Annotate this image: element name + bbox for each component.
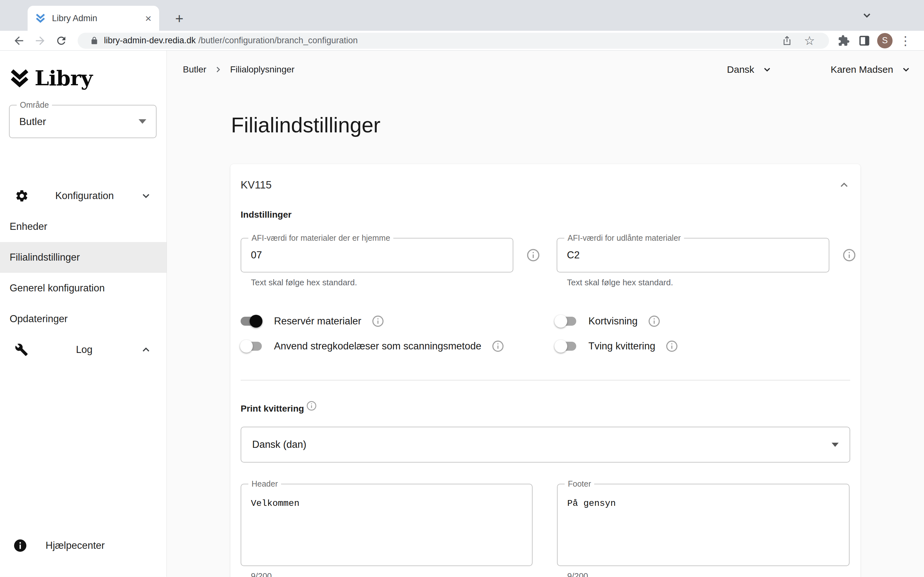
chevron-down-icon [762,64,772,75]
sidebar-item-generel-konfiguration[interactable]: Generel konfiguration [0,273,166,303]
receipt-header-textarea[interactable]: Header Velkommen [241,484,533,566]
browser-toolbar: libry-admin-dev.redia.dk /butler/configu… [0,31,924,51]
libry-favicon-icon [35,13,45,23]
tab-title: Libry Admin [52,13,139,23]
forward-button[interactable] [29,32,51,49]
toggle-label: Kortvisning [588,316,638,327]
page-title: Filialindstillinger [231,113,924,137]
browser-menu-icon[interactable]: ⋮ [895,32,916,49]
toggles-grid: Reservér materialer Kortvisning [241,309,850,359]
afi-home-label: AFI-værdi for materialer der er hjemme [248,234,393,243]
sidebar-nav: Konfiguration Enheder Filialindstillinge… [0,181,166,365]
help-center-label: Hjælpecenter [45,540,105,551]
sidebar: Libry Område Butler Konfiguration [0,51,167,577]
toggle-label: Reservér materialer [274,316,361,327]
afi-home-helper: Text skal følge hex standard. [251,277,557,287]
browser-chrome: Libry Admin × + [0,0,924,51]
help-center-link[interactable]: Hjælpecenter [0,530,166,561]
lock-icon [87,36,102,45]
browser-tab[interactable]: Libry Admin × [27,6,159,31]
share-icon[interactable] [777,35,797,47]
afi-loaned-value: C2 [567,250,580,261]
section-divider [241,380,850,380]
tab-strip: Libry Admin × + [0,0,924,31]
bookmark-star-icon[interactable]: ☆ [800,35,819,47]
new-tab-button[interactable]: + [175,11,184,26]
sidebar-item-opdateringer[interactable]: Opdateringer [0,303,166,334]
toggle-reserver-materialer[interactable] [241,317,262,326]
area-select-label: Område [17,100,52,110]
url-bar[interactable]: libry-admin-dev.redia.dk /butler/configu… [78,33,829,49]
libry-logo-mark-icon [10,67,29,89]
libry-logo-text: Libry [35,66,92,90]
profile-avatar[interactable]: S [875,32,895,49]
sidebar-item-filialindstillinger[interactable]: Filialindstillinger [0,242,166,273]
afi-home-value: 07 [251,250,262,261]
receipt-footer-label: Footer [565,479,594,488]
collapse-chevron-up-icon[interactable] [838,179,850,191]
sidebar-section-konfiguration[interactable]: Konfiguration [0,181,166,211]
toggle-label: Anvend stregkodelæser som scanningsmetod… [274,340,481,352]
receipt-footer-value: På gensyn [567,498,615,508]
receipt-language-select[interactable]: Dansk (dan) [241,427,850,463]
char-counter: 9/200 [567,571,850,577]
toggle-label: Tving kvittering [588,340,655,352]
main-content: Butler Filialoplysninger Dansk [167,51,924,577]
language-label: Dansk [727,64,754,75]
url-path: /butler/configuration/branch_configurati… [198,35,358,45]
print-heading: Print kvittering [241,404,304,414]
info-filled-icon [13,538,27,553]
receipt-footer-textarea[interactable]: Footer På gensyn [557,484,850,566]
breadcrumb-current: Filialoplysninger [230,64,294,75]
breadcrumb-parent[interactable]: Butler [183,64,206,75]
sidebar-section-log[interactable]: Log [0,334,166,365]
info-icon[interactable] [648,315,661,327]
tab-close-icon[interactable]: × [145,13,152,24]
afi-home-input[interactable]: AFI-værdi for materialer der er hjemme 0… [241,238,513,272]
back-button[interactable] [8,32,29,49]
side-panel-icon[interactable] [854,32,875,49]
info-icon[interactable] [666,340,678,353]
user-menu[interactable]: Karen Madsen [830,64,911,75]
char-counter: 9/200 [251,571,557,577]
chevron-down-icon [140,190,152,201]
reload-button[interactable] [51,32,72,49]
info-icon[interactable] [491,340,504,353]
toggle-kortvisning[interactable] [555,317,576,326]
afi-loaned-input[interactable]: AFI-værdi for udlånte materialer C2 [557,238,829,272]
tab-search-chevron-icon[interactable] [861,10,873,21]
receipt-text-row: Header Velkommen 9/200 Footer På gensyn … [241,484,850,577]
language-dropdown[interactable]: Dansk [727,64,772,75]
chevron-up-icon [140,344,152,356]
afi-loaned-label: AFI-værdi for udlånte materialer [564,234,684,243]
chevron-right-icon [213,65,223,74]
sidebar-item-enheder[interactable]: Enheder [0,211,166,242]
afi-loaned-helper: Text skal følge hex standard. [567,277,856,287]
branch-card-title: KV115 [241,179,838,191]
info-icon[interactable] [842,248,856,262]
afi-fields-row: AFI-værdi for materialer der er hjemme 0… [241,238,850,287]
wrench-icon [15,343,28,356]
caret-down-icon [139,119,146,124]
main-header: Butler Filialoplysninger Dansk [183,60,911,79]
toggle-tving-kvittering[interactable] [555,342,576,351]
receipt-header-label: Header [248,479,281,488]
receipt-language-value: Dansk (dan) [252,439,832,450]
sidebar-section-label: Log [36,344,132,356]
extensions-icon[interactable] [834,32,854,49]
branch-card: KV115 Indstillinger AFI-værdi for materi… [230,164,861,577]
caret-down-icon [832,443,838,447]
receipt-header-value: Velkommen [251,498,299,508]
url-host: libry-admin-dev.redia.dk [104,35,196,45]
info-icon[interactable] [526,248,540,262]
toggle-stregkodelaeser[interactable] [241,342,262,351]
breadcrumb: Butler Filialoplysninger [183,64,727,75]
settings-heading: Indstillinger [241,210,850,220]
info-icon[interactable] [372,315,384,327]
gear-icon [15,189,29,203]
info-icon[interactable] [306,400,317,411]
chevron-down-icon [901,64,911,75]
area-select-value: Butler [19,116,139,127]
area-select[interactable]: Område Butler [9,105,157,138]
user-name: Karen Madsen [830,64,893,75]
